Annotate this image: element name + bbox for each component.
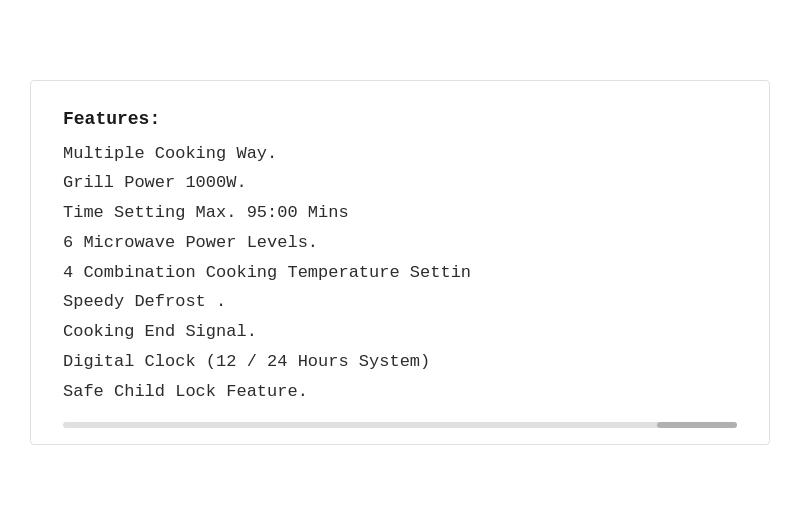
- features-list: Multiple Cooking Way. Grill Power 1000W.…: [63, 139, 737, 407]
- list-item: 4 Combination Cooking Temperature Settin: [63, 258, 737, 288]
- list-item: 6 Microwave Power Levels.: [63, 228, 737, 258]
- list-item: Safe Child Lock Feature.: [63, 377, 737, 407]
- scrollbar-thumb[interactable]: [657, 422, 737, 428]
- list-item: Digital Clock (12 / 24 Hours System): [63, 347, 737, 377]
- features-heading: Features:: [63, 109, 737, 129]
- features-panel: Features: Multiple Cooking Way. Grill Po…: [30, 80, 770, 446]
- list-item: Multiple Cooking Way.: [63, 139, 737, 169]
- list-item: Time Setting Max. 95:00 Mins: [63, 198, 737, 228]
- list-item: Speedy Defrost .: [63, 287, 737, 317]
- scrollbar-track[interactable]: [63, 422, 737, 428]
- list-item: Grill Power 1000W.: [63, 168, 737, 198]
- list-item: Cooking End Signal.: [63, 317, 737, 347]
